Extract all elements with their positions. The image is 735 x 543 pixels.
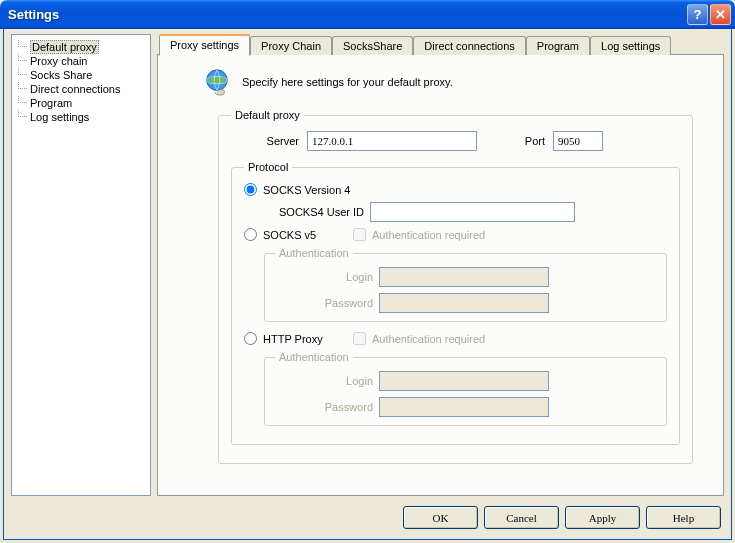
- tab-program[interactable]: Program: [526, 36, 590, 55]
- tab-proxy-chain[interactable]: Proxy Chain: [250, 36, 332, 55]
- ok-button[interactable]: OK: [403, 506, 478, 529]
- window-title: Settings: [8, 7, 687, 22]
- http-login-label: Login: [275, 375, 373, 387]
- http-login-input: [379, 371, 549, 391]
- tab-proxy-settings[interactable]: Proxy settings: [159, 34, 250, 56]
- globe-icon: [202, 67, 232, 97]
- tree-item-direct-connections[interactable]: Direct connections: [16, 82, 146, 96]
- tab-panel: Specify here settings for your default p…: [157, 54, 724, 496]
- group-socks5-auth: Authentication Login Password: [264, 247, 667, 322]
- socks4-label: SOCKS Version 4: [263, 184, 350, 196]
- server-label: Server: [251, 135, 299, 147]
- group-default-proxy: Default proxy Server Port Protocol SOCKS…: [218, 109, 693, 464]
- http-label: HTTP Proxy: [263, 333, 353, 345]
- radio-socks5[interactable]: [244, 228, 257, 241]
- tree-item-program[interactable]: Program: [16, 96, 146, 110]
- http-auth-checkbox: [353, 332, 366, 345]
- tree-item-default-proxy[interactable]: Default proxy: [16, 40, 146, 54]
- close-icon[interactable]: ✕: [710, 4, 731, 25]
- socks5-auth-checkbox: [353, 228, 366, 241]
- tab-socksshare[interactable]: SocksShare: [332, 36, 413, 55]
- server-input[interactable]: [307, 131, 477, 151]
- socks5-login-label: Login: [275, 271, 373, 283]
- tree-item-proxy-chain[interactable]: Proxy chain: [16, 54, 146, 68]
- socks5-label: SOCKS v5: [263, 229, 353, 241]
- tree-item-socks-share[interactable]: Socks Share: [16, 68, 146, 82]
- http-password-input: [379, 397, 549, 417]
- help-icon[interactable]: ?: [687, 4, 708, 25]
- apply-button[interactable]: Apply: [565, 506, 640, 529]
- socks5-password-label: Password: [275, 297, 373, 309]
- socks5-login-input: [379, 267, 549, 287]
- port-input[interactable]: [553, 131, 603, 151]
- cancel-button[interactable]: Cancel: [484, 506, 559, 529]
- help-button[interactable]: Help: [646, 506, 721, 529]
- dialog-buttons: OK Cancel Apply Help: [4, 496, 731, 539]
- port-label: Port: [485, 135, 545, 147]
- group-protocol: Protocol SOCKS Version 4 SOCKS4 User ID: [231, 161, 680, 445]
- tab-log-settings[interactable]: Log settings: [590, 36, 671, 55]
- title-bar: Settings ? ✕: [0, 0, 735, 29]
- socks4-userid-input[interactable]: [370, 202, 575, 222]
- nav-tree: Default proxy Proxy chain Socks Share Di…: [11, 34, 151, 496]
- http-auth-label: Authentication required: [372, 333, 485, 345]
- tab-direct-connections[interactable]: Direct connections: [413, 36, 526, 55]
- group-http-auth: Authentication Login Password: [264, 351, 667, 426]
- radio-socks4[interactable]: [244, 183, 257, 196]
- socks5-password-input: [379, 293, 549, 313]
- intro-text: Specify here settings for your default p…: [242, 76, 453, 88]
- socks5-auth-label: Authentication required: [372, 229, 485, 241]
- socks4-userid-label: SOCKS4 User ID: [264, 206, 364, 218]
- radio-http[interactable]: [244, 332, 257, 345]
- tab-bar: Proxy settings Proxy Chain SocksShare Di…: [159, 34, 724, 55]
- http-password-label: Password: [275, 401, 373, 413]
- tree-item-log-settings[interactable]: Log settings: [16, 110, 146, 124]
